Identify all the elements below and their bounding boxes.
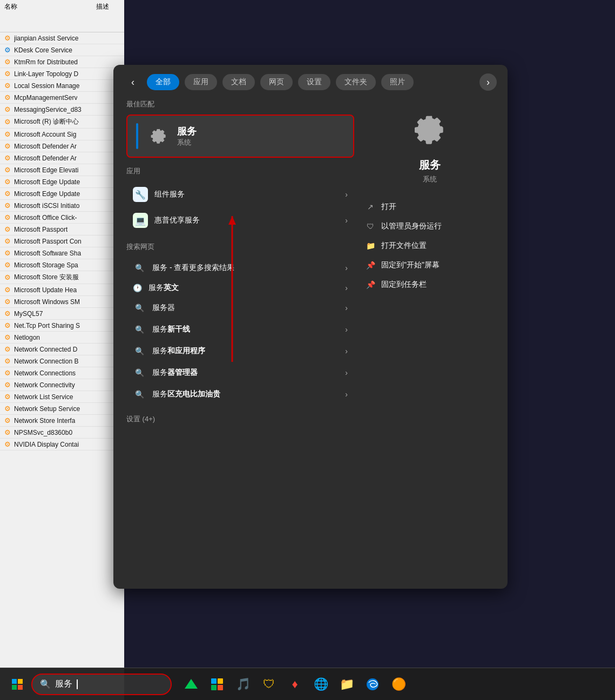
service-row[interactable]: ⚙Network Connection B bbox=[0, 355, 124, 367]
web-name-2: 服务英文 bbox=[148, 283, 179, 293]
service-name: jianpian Assist Service bbox=[14, 35, 78, 42]
service-row[interactable]: ⚙Microsoft Edge Update bbox=[0, 188, 124, 200]
service-row[interactable]: ⚙Microsoft Defender Ar bbox=[0, 140, 124, 152]
service-row[interactable]: ⚙Network Connections bbox=[0, 367, 124, 379]
best-match-item[interactable]: 服务 系统 bbox=[126, 115, 354, 158]
service-row[interactable]: ⚙Microsoft Edge Update bbox=[0, 176, 124, 188]
service-row[interactable]: ⚙Local Session Manage bbox=[0, 80, 124, 92]
pin-start-icon: 📌 bbox=[365, 260, 376, 271]
web-name-1: 服务 - 查看更多搜索结果 bbox=[152, 263, 234, 273]
taskbar-icon-pdf[interactable]: 🟠 bbox=[387, 672, 410, 696]
taskbar-icon-store[interactable] bbox=[205, 672, 229, 696]
service-row[interactable]: ⚙Microsoft Defender Ar bbox=[0, 152, 124, 164]
app-item-hp[interactable]: 💻 惠普优享服务 › bbox=[126, 207, 354, 233]
service-row[interactable]: ⚙Microsoft Passport Con bbox=[0, 235, 124, 247]
service-row[interactable]: ⚙NPSMSvc_d8360b0 bbox=[0, 427, 124, 439]
service-row[interactable]: ⚙Microsoft (R) 诊断中心 bbox=[0, 116, 124, 129]
service-row[interactable]: ⚙Microsoft Edge Elevati bbox=[0, 164, 124, 176]
app-item-components[interactable]: 🔧 组件服务 › bbox=[126, 181, 354, 207]
web-item-6[interactable]: 🔍 服务器管理器 › bbox=[126, 362, 354, 383]
history-icon-2: 🕐 bbox=[133, 284, 142, 292]
service-row[interactable]: ⚙McpManagementServ bbox=[0, 92, 124, 104]
service-row[interactable]: ⚙Network List Service bbox=[0, 391, 124, 403]
service-name: Network Connected D bbox=[14, 346, 77, 353]
service-row[interactable]: ⚙KtmRm for Distributed bbox=[0, 56, 124, 68]
service-icon: ⚙ bbox=[4, 130, 11, 138]
action-admin-run[interactable]: 🛡 以管理员身份运行 bbox=[365, 217, 495, 236]
col-desc: 描述 bbox=[96, 2, 123, 30]
service-name: Microsoft Edge Update bbox=[14, 190, 80, 198]
taskbar-icon-gem[interactable]: ♦ bbox=[283, 672, 307, 696]
service-row[interactable]: ⚙Microsoft Software Sha bbox=[0, 247, 124, 259]
service-icon: ⚙ bbox=[4, 369, 11, 377]
service-name: Network List Service bbox=[14, 393, 73, 401]
tab-设置[interactable]: 设置 bbox=[298, 74, 330, 90]
service-row[interactable]: ⚙Microsoft Windows SM bbox=[0, 296, 124, 308]
service-name: Microsoft Office Click- bbox=[14, 214, 77, 221]
start-button[interactable] bbox=[5, 672, 29, 696]
taskbar-icon-tv[interactable] bbox=[179, 672, 203, 696]
left-panel: 最佳匹配 服务 系统 应用 🔧 bbox=[126, 99, 354, 580]
web-item-3[interactable]: 🔍 服务器 › bbox=[126, 297, 354, 319]
service-row[interactable]: ⚙Microsoft Passport bbox=[0, 224, 124, 235]
service-row[interactable]: ⚙NVIDIA Display Contai bbox=[0, 439, 124, 450]
tab-应用[interactable]: 应用 bbox=[185, 74, 217, 90]
service-name: Microsoft (R) 诊断中心 bbox=[14, 117, 79, 126]
service-row[interactable]: ⚙MessagingService_d83 bbox=[0, 104, 124, 116]
taskbar-icon-music[interactable]: 🎵 bbox=[231, 672, 255, 696]
service-name: MessagingService_d83 bbox=[14, 106, 82, 113]
more-tabs-button[interactable]: › bbox=[479, 73, 497, 91]
service-row[interactable]: ⚙Network Setup Service bbox=[0, 403, 124, 415]
action-pin-start[interactable]: 📌 固定到"开始"屏幕 bbox=[365, 255, 495, 275]
taskbar-icon-folder[interactable]: 📁 bbox=[335, 672, 359, 696]
tab-网页[interactable]: 网页 bbox=[260, 74, 293, 90]
taskbar-search[interactable]: 🔍 服务 bbox=[31, 674, 172, 695]
service-icon: ⚙ bbox=[4, 154, 11, 162]
taskbar-search-icon: 🔍 bbox=[40, 679, 51, 689]
web-item-7[interactable]: 🔍 服务区充电比加油贵 › bbox=[126, 383, 354, 405]
service-row[interactable]: ⚙Microsoft Update Hea bbox=[0, 284, 124, 296]
service-row[interactable]: ⚙Net.Tcp Port Sharing S bbox=[0, 320, 124, 332]
taskbar-icon-edge[interactable] bbox=[361, 672, 384, 696]
service-row[interactable]: ⚙Microsoft Storage Spa bbox=[0, 259, 124, 271]
service-name: Net.Tcp Port Sharing S bbox=[14, 322, 80, 329]
action-open-location[interactable]: 📁 打开文件位置 bbox=[365, 236, 495, 255]
tab-文档[interactable]: 文档 bbox=[222, 74, 255, 90]
service-row[interactable]: ⚙Link-Layer Topology D bbox=[0, 68, 124, 80]
web-item-4[interactable]: 🔍 服务新干线 › bbox=[126, 319, 354, 340]
service-row[interactable]: ⚙Microsoft iSCSI Initiato bbox=[0, 200, 124, 212]
service-row[interactable]: ⚙Microsoft Office Click- bbox=[0, 212, 124, 224]
service-row[interactable]: ⚙MySQL57 bbox=[0, 308, 124, 320]
app-icon-components: 🔧 bbox=[133, 187, 148, 202]
service-name: Network Store Interfa bbox=[14, 417, 75, 425]
service-row[interactable]: ⚙Netlogon bbox=[0, 332, 124, 344]
taskbar-icon-globe[interactable]: 🌐 bbox=[309, 672, 333, 696]
taskbar-icon-shield[interactable]: 🛡 bbox=[257, 672, 281, 696]
web-item-1[interactable]: 🔍 服务 - 查看更多搜索结果 › bbox=[126, 257, 354, 279]
service-name: Microsoft Passport bbox=[14, 226, 67, 233]
action-open[interactable]: ↗ 打开 bbox=[365, 197, 495, 217]
service-icon: ⚙ bbox=[4, 105, 11, 113]
action-pin-taskbar[interactable]: 📌 固定到任务栏 bbox=[365, 275, 495, 294]
svg-rect-2 bbox=[12, 679, 17, 684]
service-row[interactable]: ⚙Network Store Interfa bbox=[0, 415, 124, 427]
service-name: KtmRm for Distributed bbox=[14, 58, 78, 66]
service-row[interactable]: ⚙Microsoft Store 安装服 bbox=[0, 271, 124, 284]
service-row[interactable]: ⚙Network Connectivity bbox=[0, 379, 124, 391]
service-row[interactable]: ⚙Network Connected D bbox=[0, 344, 124, 355]
service-icon: ⚙ bbox=[4, 345, 11, 353]
service-row[interactable]: ⚙jianpian Assist Service bbox=[0, 32, 124, 44]
tab-全部[interactable]: 全部 bbox=[147, 74, 179, 90]
service-row[interactable]: ⚙KDesk Core Service bbox=[0, 44, 124, 56]
search-icon-5: 🔍 bbox=[133, 345, 146, 358]
web-item-2[interactable]: 🕐 服务英文 › bbox=[126, 279, 354, 297]
web-item-5[interactable]: 🔍 服务和应用程序 › bbox=[126, 340, 354, 362]
tab-文件夹[interactable]: 文件夹 bbox=[336, 74, 376, 90]
service-row[interactable]: ⚙Microsoft Account Sig bbox=[0, 129, 124, 140]
tab-照片[interactable]: 照片 bbox=[381, 74, 414, 90]
service-name: KDesk Core Service bbox=[14, 46, 72, 54]
service-icon: ⚙ bbox=[4, 249, 11, 257]
service-name: Link-Layer Topology D bbox=[14, 70, 78, 78]
app-arrow-hp: › bbox=[345, 216, 348, 225]
back-button[interactable]: ‹ bbox=[124, 73, 141, 91]
